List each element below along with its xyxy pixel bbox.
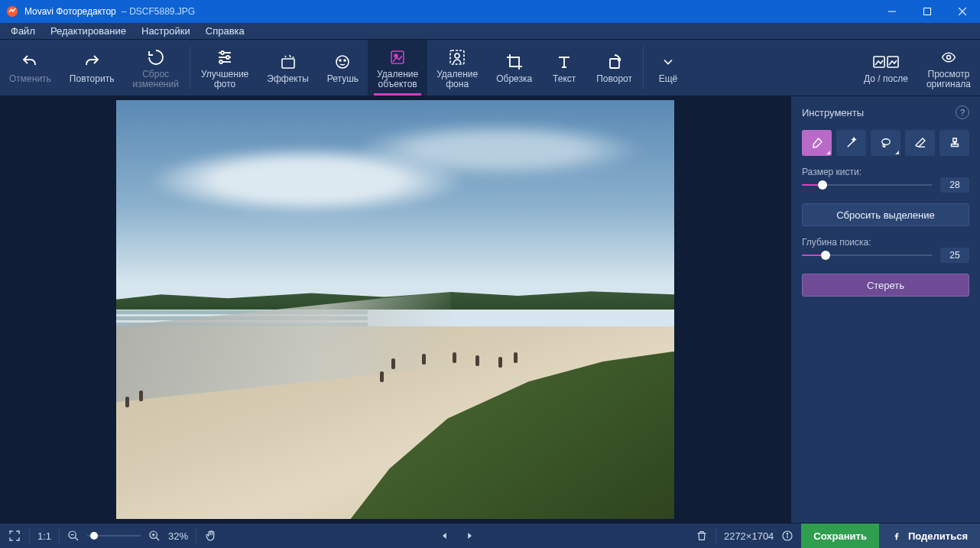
rotate-icon [605,51,624,73]
object-removal-label: Удаление объектов [377,70,418,89]
enhance-label: Улучшение фото [201,70,248,89]
save-label: Сохранить [813,530,867,542]
zoom-out-button[interactable] [67,530,80,542]
svg-point-14 [344,60,346,61]
window-titlebar: Movavi Фоторедактор – DSCF5889.JPG [0,0,980,23]
photo-preview [116,100,674,519]
reset-icon [147,47,165,68]
sliders-icon [216,47,234,68]
bg-removal-icon [448,47,466,68]
zoom-slider[interactable] [87,530,141,542]
current-file: – DSCF5889.JPG [122,6,195,17]
crop-button[interactable]: Обрезка [487,40,541,96]
redo-label: Повторить [70,74,115,84]
text-label: Текст [553,74,576,84]
share-label: Поделиться [908,530,968,542]
info-button[interactable] [781,530,793,542]
svg-point-10 [219,60,222,63]
panel-help-button[interactable]: ? [956,105,969,119]
menu-file[interactable]: Файл [3,24,43,38]
prev-image-button[interactable] [440,530,450,541]
reset-label: Сброс изменений [132,70,178,89]
undo-label: Отменить [9,74,51,84]
bg-removal-button[interactable]: Удаление фона [427,40,487,96]
enhance-button[interactable]: Улучшение фото [192,40,258,96]
search-depth-label: Глубина поиска: [802,237,969,248]
rotate-label: Поворот [596,74,632,84]
brush-size-value[interactable]: 28 [940,177,969,193]
compare-icon [873,51,899,73]
eye-icon [939,47,959,68]
next-image-button[interactable] [464,530,475,541]
lasso-tool-button[interactable] [871,130,900,156]
object-removal-icon [388,47,407,68]
sparkle-icon [279,51,297,73]
fit-actual-button[interactable]: 1:1 [37,530,51,542]
svg-rect-2 [924,8,931,15]
face-icon [333,51,352,73]
text-icon [555,51,573,73]
undo-button[interactable]: Отменить [0,40,60,96]
reset-changes-button[interactable]: Сброс изменений [123,40,187,96]
text-button[interactable]: Текст [541,40,587,96]
stamp-tool-button[interactable] [939,130,969,156]
eraser-tool-button[interactable] [905,130,935,156]
brush-size-slider[interactable] [802,179,933,191]
svg-point-22 [946,55,950,59]
main-toolbar: Отменить Повторить Сброс изменений Улучш… [0,40,980,96]
undo-icon [21,51,39,73]
svg-point-9 [226,56,229,59]
more-button[interactable]: Ещё [645,40,691,96]
before-after-button[interactable]: До / после [855,40,917,96]
canvas-viewport[interactable] [0,96,790,523]
zoom-value: 32% [168,530,188,542]
more-label: Ещё [659,74,678,84]
pan-tool-button[interactable] [204,529,218,543]
retouch-label: Ретушь [327,74,359,84]
maximize-button[interactable] [910,0,945,23]
main-area: Инструменты ? Размер кисти: [0,96,980,523]
options-corner-icon [826,151,830,154]
fullscreen-button[interactable] [8,529,21,543]
window-title: Movavi Фоторедактор – DSCF5889.JPG [24,6,195,17]
close-button[interactable] [945,0,980,23]
app-logo-icon [6,5,18,18]
erase-button[interactable]: Стереть [802,274,969,297]
effects-button[interactable]: Эффекты [258,40,318,96]
options-corner-icon [895,151,899,154]
facebook-icon [891,530,902,541]
magic-wand-tool-button[interactable] [836,130,866,156]
svg-point-0 [7,6,18,17]
panel-title: Инструменты [802,107,864,118]
minimize-button[interactable] [875,0,910,23]
svg-point-12 [336,56,349,68]
svg-line-28 [156,537,159,540]
object-removal-button[interactable]: Удаление объектов [368,40,427,96]
zoom-in-button[interactable] [148,530,161,542]
search-depth-value[interactable]: 25 [940,248,969,263]
search-depth-slider[interactable] [802,249,933,261]
brush-tool-button[interactable] [802,130,832,156]
effects-label: Эффекты [267,74,309,84]
share-button[interactable]: Поделиться [879,524,980,549]
menu-settings[interactable]: Настройки [134,24,198,38]
view-original-label: Просмотр оригинала [926,70,971,89]
retouch-button[interactable]: Ретушь [318,40,368,96]
tools-panel: Инструменты ? Размер кисти: [790,96,980,523]
status-bar: 1:1 32% 2272×1704 Сохранить Поделиться [0,523,980,548]
bg-removal-label: Удаление фона [436,70,478,89]
brush-size-label: Размер кисти: [802,167,969,177]
menu-help[interactable]: Справка [198,24,252,38]
redo-button[interactable]: Повторить [60,40,124,96]
view-original-button[interactable]: Просмотр оригинала [917,40,980,96]
redo-icon [83,51,101,73]
menu-edit[interactable]: Редактирование [43,24,134,38]
delete-button[interactable] [696,530,708,542]
reset-selection-button[interactable]: Сбросить выделение [802,203,969,226]
save-button[interactable]: Сохранить [801,524,879,549]
svg-point-18 [455,54,459,58]
rotate-button[interactable]: Поворот [587,40,641,96]
selection-tool-row [802,130,969,156]
svg-point-8 [221,51,224,54]
svg-point-23 [881,139,890,145]
